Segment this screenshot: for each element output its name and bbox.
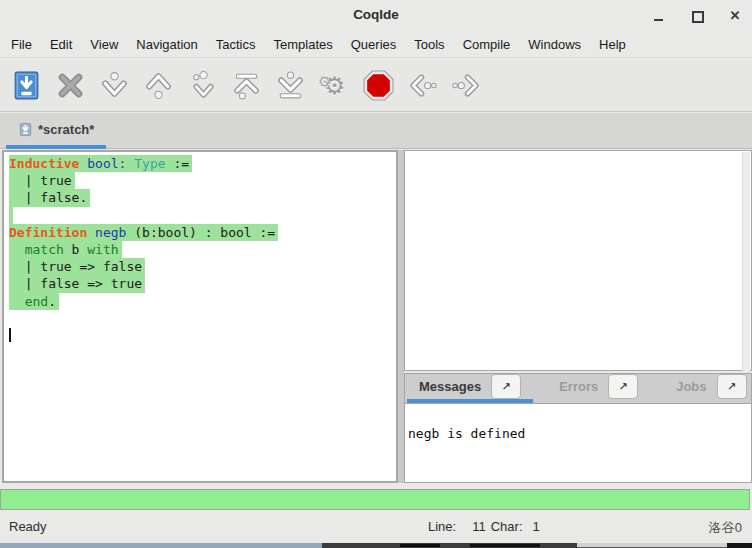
text-cursor	[9, 328, 11, 342]
window-controls: ✕	[652, 0, 742, 32]
status-right-text: 洛谷0	[709, 519, 742, 537]
script-editor-panel[interactable]: Inductive bool: Type := | true | false.D…	[2, 150, 398, 483]
goals-panel[interactable]	[404, 150, 752, 371]
menu-view[interactable]: View	[81, 32, 127, 57]
background-window-strip	[0, 543, 752, 548]
panel-tab-messages[interactable]: Messages↗	[407, 374, 533, 403]
code-line: end.	[9, 293, 396, 310]
messages-content[interactable]: negb is defined	[404, 404, 752, 483]
panel-tab-label: Messages	[419, 379, 481, 394]
menu-navigation[interactable]: Navigation	[127, 32, 206, 57]
tab-label: *scratch*	[38, 122, 94, 137]
previous-occurrence-icon[interactable]	[406, 69, 439, 102]
message-text: negb is defined	[408, 426, 525, 441]
code-line: Definition negb (b:bool) : bool :=	[9, 224, 396, 241]
detach-panel-icon[interactable]: ↗	[608, 374, 638, 399]
char-label: Char:	[491, 519, 523, 534]
processed-highlight: Inductive bool: Type :=	[9, 155, 192, 172]
processed-highlight	[9, 207, 13, 224]
menu-help[interactable]: Help	[590, 32, 635, 57]
code-line: Inductive bool: Type :=	[9, 155, 396, 172]
save-icon[interactable]	[10, 69, 43, 102]
status-bar: Ready Line: 11 Char: 1 洛谷0	[0, 511, 752, 543]
forward-one-step-icon[interactable]	[98, 69, 131, 102]
processed-highlight: | true => false	[9, 258, 145, 275]
title-bar[interactable]: CoqIde ✕	[0, 0, 752, 32]
menu-compile[interactable]: Compile	[454, 32, 520, 57]
background-window-segment	[577, 543, 727, 547]
menu-queries[interactable]: Queries	[342, 32, 406, 57]
processed-highlight: Definition negb (b:bool) : bool :=	[9, 224, 278, 241]
processed-highlight: | false => true	[9, 275, 145, 292]
status-ready: Ready	[9, 519, 47, 534]
maximize-icon[interactable]	[690, 9, 704, 23]
window-title: CoqIde	[0, 7, 752, 22]
menu-templates[interactable]: Templates	[264, 32, 341, 57]
panel-tab-jobs[interactable]: Jobs↗	[664, 374, 752, 403]
save-icon	[18, 122, 33, 137]
line-char-indicator: Line: 11 Char: 1	[428, 519, 540, 534]
tab-scratch[interactable]: *scratch*	[6, 113, 106, 149]
code-line	[9, 310, 396, 327]
menu-tools[interactable]: Tools	[405, 32, 453, 57]
go-to-start-icon[interactable]	[230, 69, 263, 102]
background-window-segment	[0, 543, 322, 548]
panel-tab-label: Errors	[559, 379, 598, 394]
code-line	[9, 207, 396, 224]
document-tab-bar: *scratch*	[0, 113, 752, 149]
code-line: | true	[9, 172, 396, 189]
close-icon[interactable]	[54, 69, 87, 102]
menu-windows[interactable]: Windows	[519, 32, 590, 57]
line-label: Line:	[428, 519, 456, 534]
processed-highlight: | true	[9, 172, 75, 189]
panel-tab-label: Jobs	[676, 379, 706, 394]
menu-edit[interactable]: Edit	[41, 32, 81, 57]
processed-highlight: match b with	[9, 241, 122, 258]
code-line: | false.	[9, 189, 396, 206]
detach-panel-icon[interactable]: ↗	[717, 374, 747, 399]
code-line: | true => false	[9, 258, 396, 275]
background-window-segment	[727, 543, 752, 548]
close-icon[interactable]: ✕	[728, 9, 742, 23]
code-line	[9, 327, 396, 344]
code-line: | false => true	[9, 275, 396, 292]
panel-tab-errors[interactable]: Errors↗	[547, 374, 650, 403]
progress-bar	[0, 489, 750, 510]
background-window-segment	[400, 544, 440, 547]
fully-check-gears-icon[interactable]: ⚙⚙	[318, 69, 351, 102]
menu-file[interactable]: File	[2, 32, 41, 57]
line-value: 11	[472, 519, 486, 534]
toolbar: ⚙⚙	[0, 59, 752, 112]
processed-highlight: end.	[9, 293, 59, 310]
go-to-end-icon[interactable]	[274, 69, 307, 102]
minimize-icon[interactable]	[652, 9, 666, 23]
code-line: match b with	[9, 241, 396, 258]
coqide-window: { "window": { "title": "CoqIde", "contro…	[0, 0, 752, 548]
interrupt-stop-icon[interactable]	[362, 69, 395, 102]
backward-one-step-icon[interactable]	[142, 69, 175, 102]
processed-highlight: | false.	[9, 189, 90, 206]
goals-scrollbar[interactable]	[742, 152, 750, 371]
feedback-tab-bar: Messages↗Errors↗Jobs↗	[404, 373, 752, 404]
next-occurrence-icon[interactable]	[450, 69, 483, 102]
char-value: 1	[533, 519, 540, 534]
menu-bar: FileEditViewNavigationTacticsTemplatesQu…	[0, 32, 752, 58]
detach-panel-icon[interactable]: ↗	[491, 374, 521, 399]
run-to-cursor-icon[interactable]	[186, 69, 219, 102]
background-window-segment	[470, 544, 540, 547]
menu-tactics[interactable]: Tactics	[207, 32, 265, 57]
